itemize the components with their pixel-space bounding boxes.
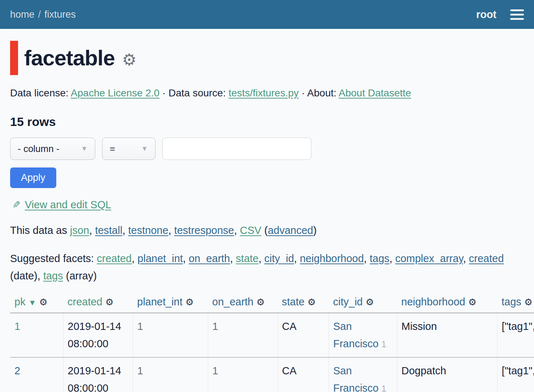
metadata-line: Data license: Apache License 2.0 · Data … bbox=[10, 87, 524, 99]
about-link[interactable]: About Datasette bbox=[339, 87, 411, 99]
cell-planet-int: 1 bbox=[133, 313, 208, 357]
column-gear-icon[interactable]: ⚙ bbox=[105, 297, 114, 308]
data-table: pk▼⚙ created⚙ planet_int⚙ on_earth⚙ stat… bbox=[10, 292, 534, 392]
column-gear-icon[interactable]: ⚙ bbox=[39, 297, 47, 308]
sort-state-link[interactable]: state bbox=[282, 296, 305, 308]
facets-prefix: Suggested facets: bbox=[10, 253, 94, 264]
sort-desc-icon: ▼ bbox=[29, 298, 36, 307]
filter-value-input[interactable] bbox=[162, 138, 311, 160]
column-header-tags: tags⚙ bbox=[497, 292, 534, 313]
row-pk-link[interactable]: 2 bbox=[14, 365, 20, 376]
cell-created: 2019-01-14 08:00:00 bbox=[63, 357, 133, 392]
sql-line: ✎ View and edit SQL bbox=[10, 199, 524, 211]
chevron-down-icon: ▼ bbox=[141, 145, 148, 153]
cell-planet-int: 1 bbox=[133, 357, 208, 392]
cell-on-earth: 1 bbox=[208, 357, 277, 392]
column-header-planet-int: planet_int⚙ bbox=[133, 292, 208, 313]
cell-tags: ["tag1", "tag3"] bbox=[497, 357, 534, 392]
city-link[interactable]: San Francisco bbox=[333, 321, 379, 349]
dot-separator: · bbox=[302, 87, 305, 99]
source-label: Data source: bbox=[168, 87, 226, 99]
source-link[interactable]: tests/fixtures.py bbox=[229, 87, 299, 99]
facet-link-city-id[interactable]: city_id bbox=[264, 253, 294, 264]
table-settings-gear-icon[interactable]: ⚙ bbox=[122, 50, 136, 69]
sort-neighborhood-link[interactable]: neighborhood bbox=[401, 296, 465, 308]
hamburger-menu-icon[interactable] bbox=[510, 8, 524, 21]
dot-separator: · bbox=[162, 87, 166, 99]
facet-link-state[interactable]: state bbox=[236, 253, 259, 264]
cell-city-id: San Francisco1 bbox=[329, 313, 397, 357]
about-label: About: bbox=[307, 87, 336, 99]
foreign-key-id: 1 bbox=[381, 384, 386, 392]
city-link[interactable]: San Francisco bbox=[333, 365, 379, 392]
sort-pk-link[interactable]: pk bbox=[14, 296, 26, 308]
user-menu-link[interactable]: root bbox=[476, 9, 496, 21]
facet-link-tags[interactable]: tags bbox=[369, 253, 389, 264]
column-gear-icon[interactable]: ⚙ bbox=[366, 297, 374, 308]
column-gear-icon[interactable]: ⚙ bbox=[257, 297, 265, 308]
filter-row: - column - ▼ = ▼ bbox=[10, 138, 524, 160]
export-prefix: This data as bbox=[10, 225, 67, 236]
facet-link-neighborhood[interactable]: neighborhood bbox=[300, 253, 364, 264]
export-link-csv[interactable]: CSV bbox=[240, 225, 262, 236]
filter-column-select[interactable]: - column - ▼ bbox=[10, 138, 95, 160]
sort-planet-int-link[interactable]: planet_int bbox=[137, 296, 183, 308]
column-header-state: state⚙ bbox=[277, 292, 329, 313]
export-line: This data as json, testall, testnone, te… bbox=[10, 225, 524, 236]
export-link-testall[interactable]: testall bbox=[95, 225, 122, 236]
cell-pk: 1 bbox=[10, 313, 63, 357]
column-gear-icon[interactable]: ⚙ bbox=[185, 297, 194, 308]
export-link-advanced[interactable]: advanced bbox=[268, 225, 313, 236]
row-count-heading: 15 rows bbox=[10, 115, 524, 129]
cell-state: CA bbox=[277, 357, 329, 392]
sort-tags-link[interactable]: tags bbox=[502, 296, 521, 308]
facet-link-planet-int[interactable]: planet_int bbox=[137, 253, 183, 264]
export-link-testnone[interactable]: testnone bbox=[128, 225, 168, 236]
column-header-pk: pk▼⚙ bbox=[10, 292, 63, 313]
export-link-json[interactable]: json bbox=[70, 225, 89, 236]
foreign-key-id: 1 bbox=[381, 339, 386, 349]
filter-operator-select[interactable]: = ▼ bbox=[102, 138, 156, 160]
facet-link-complex-array[interactable]: complex_array bbox=[395, 253, 463, 264]
cell-neighborhood: Mission bbox=[397, 313, 497, 357]
view-edit-sql-link[interactable]: View and edit SQL bbox=[25, 199, 111, 210]
chevron-down-icon: ▼ bbox=[81, 145, 88, 153]
column-gear-icon[interactable]: ⚙ bbox=[468, 297, 476, 308]
cell-on-earth: 1 bbox=[208, 313, 277, 357]
cell-created: 2019-01-14 08:00:00 bbox=[63, 313, 133, 357]
column-header-on-earth: on_earth⚙ bbox=[208, 292, 277, 313]
column-gear-icon[interactable]: ⚙ bbox=[307, 297, 316, 308]
cell-city-id: San Francisco1 bbox=[329, 357, 397, 392]
page-title-row: facetable ⚙ bbox=[10, 41, 524, 75]
sort-created-link[interactable]: created bbox=[67, 296, 102, 308]
cell-pk: 2 bbox=[10, 357, 63, 392]
breadcrumb-separator: / bbox=[38, 9, 41, 20]
breadcrumb-home-link[interactable]: home bbox=[10, 9, 35, 20]
breadcrumb-fixtures-link[interactable]: fixtures bbox=[44, 9, 76, 20]
navbar: home/fixtures root bbox=[0, 0, 534, 29]
column-header-city-id: city_id⚙ bbox=[329, 292, 397, 313]
cell-tags: ["tag1", "tag2"] bbox=[497, 313, 534, 357]
sort-city-id-link[interactable]: city_id bbox=[333, 296, 363, 308]
column-gear-icon[interactable]: ⚙ bbox=[524, 297, 533, 308]
sort-on-earth-link[interactable]: on_earth bbox=[212, 296, 254, 308]
filter-column-value: - column - bbox=[18, 143, 60, 154]
page-title: facetable bbox=[24, 45, 115, 70]
facet-link-tags-array[interactable]: tags bbox=[43, 270, 63, 282]
facet-link-created-date[interactable]: created bbox=[469, 253, 504, 264]
cell-state: CA bbox=[277, 313, 329, 357]
apply-button[interactable]: Apply bbox=[10, 167, 56, 188]
filter-operator-value: = bbox=[110, 143, 115, 154]
license-link[interactable]: Apache License 2.0 bbox=[71, 87, 159, 99]
facet-link-created[interactable]: created bbox=[97, 253, 132, 264]
facet-link-on-earth[interactable]: on_earth bbox=[189, 253, 230, 264]
column-header-neighborhood: neighborhood⚙ bbox=[397, 292, 497, 313]
table-row: 1 2019-01-14 08:00:00 1 1 CA San Francis… bbox=[10, 313, 534, 357]
table-header-row: pk▼⚙ created⚙ planet_int⚙ on_earth⚙ stat… bbox=[10, 292, 534, 313]
license-label: Data license: bbox=[10, 87, 69, 99]
pencil-icon: ✎ bbox=[12, 199, 21, 211]
accent-bar bbox=[10, 41, 18, 75]
row-pk-link[interactable]: 1 bbox=[14, 321, 20, 332]
export-link-testresponse[interactable]: testresponse bbox=[174, 225, 234, 236]
breadcrumb: home/fixtures bbox=[10, 9, 76, 20]
